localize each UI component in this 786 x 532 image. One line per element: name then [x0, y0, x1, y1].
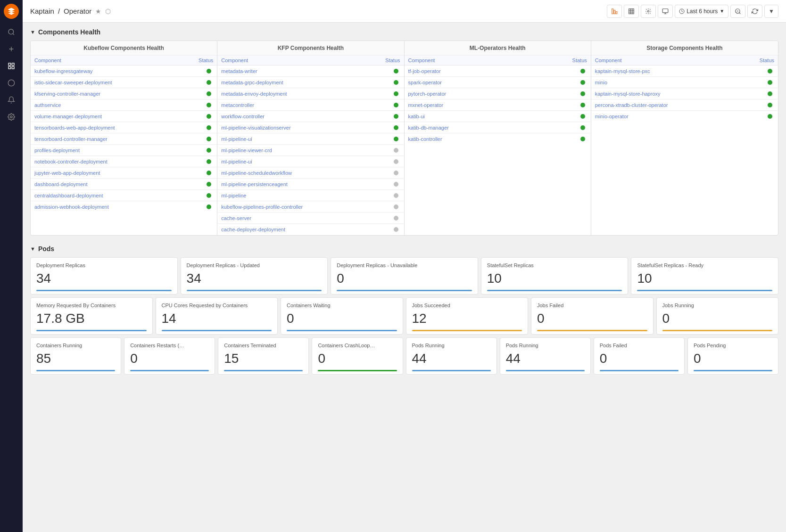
stat-card-value: 0: [537, 311, 647, 326]
stat-card-title: Pods Pending: [694, 343, 772, 348]
table-row: tensorboard-controller-manager: [31, 133, 217, 145]
sidebar-icon-add[interactable]: [4, 41, 19, 57]
status-indicator: [580, 137, 585, 141]
ml-operators-health-header: Component Status: [405, 56, 591, 65]
table-row: workflow-controller: [217, 111, 404, 122]
status-indicator: [580, 125, 585, 130]
status-indicator: [394, 91, 398, 96]
svg-rect-10: [629, 8, 634, 14]
table-row: minio: [591, 77, 778, 88]
pods-row-1: Deployment Replicas 34 Deployment Replic…: [30, 257, 778, 295]
stat-card-bar: [600, 370, 678, 371]
table-row: minio-operator: [591, 111, 778, 122]
table-row: istio-sidecar-sweeper-deployment: [31, 77, 217, 88]
star-icon[interactable]: ★: [95, 8, 101, 15]
sidebar-icon-settings[interactable]: [4, 109, 19, 124]
stat-card-title: Containers CrashLoop…: [318, 343, 397, 348]
ml-col-component: Component: [408, 57, 572, 63]
stat-card-title: CPU Cores Requested by Containers: [162, 303, 272, 308]
kubeflow-col-status: Status: [199, 57, 213, 63]
status-indicator: [394, 114, 398, 119]
topbar: Kaptain / Operator ★ ⬡ Last 6 hours ▼: [23, 0, 786, 23]
status-indicator: [768, 80, 772, 85]
topbar-actions: Last 6 hours ▼ ▼: [607, 5, 778, 18]
share-icon[interactable]: ⬡: [105, 8, 111, 15]
monitor-button[interactable]: [658, 5, 673, 18]
status-indicator: [768, 91, 772, 96]
chart-view-button[interactable]: [607, 5, 622, 18]
table-row: ml-pipeline-scheduledworkflow: [217, 167, 404, 179]
stat-card-title: Containers Restarts (…: [130, 343, 209, 348]
table-row: ml-pipeline-ui: [217, 133, 404, 145]
refresh-button[interactable]: [747, 5, 762, 18]
stat-card-value: 0: [662, 311, 773, 326]
status-indicator: [207, 91, 211, 96]
stat-card-pods-pending: Pods Pending 0: [687, 337, 778, 375]
table-row: ml-pipeline: [217, 190, 404, 201]
stat-card-value: 44: [506, 351, 585, 366]
stat-card-bar: [487, 290, 622, 291]
pods-chevron: ▼: [30, 246, 35, 252]
stat-card-containers-running: Containers Running 85: [30, 337, 121, 375]
time-range-selector[interactable]: Last 6 hours ▼: [675, 5, 728, 18]
more-button[interactable]: ▼: [764, 5, 778, 18]
storage-health-header: Component Status: [591, 56, 778, 65]
table-row: katib-ui: [405, 111, 591, 122]
table-row: volume-manager-deployment: [31, 111, 217, 122]
status-indicator: [580, 103, 585, 107]
stat-card-bar: [337, 290, 472, 291]
status-indicator: [207, 148, 211, 153]
kubeflow-health-header: Component Status: [31, 56, 217, 65]
stat-card-title: Memory Requested By Containers: [36, 303, 147, 308]
status-indicator: [394, 125, 398, 130]
health-tables-grid: Kubeflow Components Health Component Sta…: [30, 41, 778, 236]
stat-card-value: 44: [412, 351, 491, 366]
stat-card-value: 0: [337, 271, 472, 286]
status-indicator: [207, 182, 211, 187]
kfp-health-title: KFP Components Health: [217, 41, 404, 56]
svg-rect-9: [616, 11, 617, 14]
table-row: profiles-deployment: [31, 145, 217, 156]
svg-rect-8: [614, 10, 615, 14]
svg-point-6: [10, 116, 12, 118]
table-row: kfserving-controller-manager: [31, 88, 217, 99]
stat-card-bar: [412, 370, 491, 371]
status-indicator: [580, 91, 585, 96]
status-indicator: [207, 137, 211, 141]
sidebar-icon-circle[interactable]: [4, 75, 19, 90]
status-indicator: [394, 103, 398, 107]
stat-card-value: 0: [130, 351, 209, 366]
table-row: kaptain-mysql-store-pxc: [591, 65, 778, 77]
zoom-out-button[interactable]: [730, 5, 745, 18]
status-indicator: [394, 227, 398, 232]
stat-card-containers-crashloop: Containers CrashLoop… 0: [312, 337, 403, 375]
table-row: kaptain-mysql-store-haproxy: [591, 88, 778, 99]
stat-card-bar: [130, 370, 209, 371]
main-content: Kaptain / Operator ★ ⬡ Last 6 hours ▼: [23, 0, 786, 532]
status-indicator: [394, 216, 398, 221]
page-content: ▼ Components Health Kubeflow Components …: [23, 23, 786, 532]
sidebar-icon-dashboard[interactable]: [4, 58, 19, 74]
status-indicator: [394, 205, 398, 209]
stat-card-value: 12: [412, 311, 522, 326]
stat-card-value: 34: [36, 271, 172, 286]
stat-card-bar: [224, 370, 303, 371]
status-indicator: [768, 103, 772, 107]
status-indicator: [207, 114, 211, 119]
sidebar-icon-bell[interactable]: [4, 92, 19, 107]
table-row: metacontroller: [217, 99, 404, 111]
pods-section-header[interactable]: ▼ Pods: [30, 245, 778, 253]
settings-button[interactable]: [641, 5, 656, 18]
components-health-header[interactable]: ▼ Components Health: [30, 28, 778, 36]
stat-card-deployment-replicas: Deployment Replicas 34: [30, 257, 178, 295]
sidebar-icon-search[interactable]: [4, 25, 19, 40]
svg-rect-12: [662, 8, 668, 12]
table-view-button[interactable]: [624, 5, 639, 18]
app-logo[interactable]: [4, 4, 19, 19]
stat-card-bar: [36, 290, 172, 291]
stat-card-pods-running-2: Pods Running 44: [500, 337, 591, 375]
stat-card-jobs-failed: Jobs Failed 0: [531, 297, 654, 335]
table-row: mxnet-operator: [405, 99, 591, 111]
stat-card-title: Deployment Replicas - Updated: [187, 262, 322, 268]
table-row: percona-xtradb-cluster-operator: [591, 99, 778, 111]
